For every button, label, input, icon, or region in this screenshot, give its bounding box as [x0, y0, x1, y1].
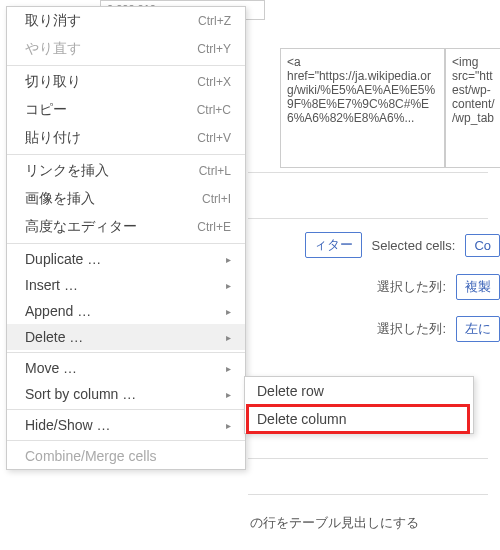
- menu-separator: [7, 243, 245, 244]
- menu-label: Move …: [25, 360, 77, 376]
- menu-label: Hide/Show …: [25, 417, 111, 433]
- menu-hideshow[interactable]: Hide/Show … ▸: [7, 412, 245, 438]
- chevron-right-icon: ▸: [226, 306, 231, 317]
- menu-label: Combine/Merge cells: [25, 448, 157, 464]
- menu-label: Insert …: [25, 277, 78, 293]
- menu-label: Delete row: [257, 383, 324, 399]
- menu-shortcut: Ctrl+X: [197, 75, 231, 89]
- menu-shortcut: Ctrl+I: [202, 192, 231, 206]
- chevron-right-icon: ▸: [226, 389, 231, 400]
- menu-insert-link[interactable]: リンクを挿入 Ctrl+L: [7, 157, 245, 185]
- menu-insert-image[interactable]: 画像を挿入 Ctrl+I: [7, 185, 245, 213]
- submenu-delete-row[interactable]: Delete row: [245, 377, 473, 405]
- chevron-right-icon: ▸: [226, 420, 231, 431]
- side-panel: ィター Selected cells: Co 選択した列: 複製 選択した列: …: [290, 224, 500, 350]
- menu-shortcut: Ctrl+C: [197, 103, 231, 117]
- menu-label: Delete …: [25, 329, 83, 345]
- menu-label: 貼り付け: [25, 129, 81, 147]
- editor-button[interactable]: ィター: [305, 232, 362, 258]
- menu-shortcut: Ctrl+V: [197, 131, 231, 145]
- footer-checkbox-label: の行をテーブル見出しにする: [250, 514, 419, 532]
- menu-label: Sort by column …: [25, 386, 136, 402]
- menu-advanced-editor[interactable]: 高度なエディター Ctrl+E: [7, 213, 245, 241]
- menu-label: 画像を挿入: [25, 190, 95, 208]
- menu-shortcut: Ctrl+Y: [197, 42, 231, 56]
- duplicate-col-button[interactable]: 複製: [456, 274, 500, 300]
- table-cell[interactable]: <a href="https://ja.wikipedia.org/wiki/%…: [280, 48, 445, 168]
- menu-insert[interactable]: Insert … ▸: [7, 272, 245, 298]
- menu-label: Delete column: [257, 411, 347, 427]
- menu-label: 高度なエディター: [25, 218, 137, 236]
- menu-undo[interactable]: 取り消す Ctrl+Z: [7, 7, 245, 35]
- menu-shortcut: Ctrl+L: [199, 164, 231, 178]
- selected-col-label: 選択した列:: [377, 278, 446, 296]
- menu-shortcut: Ctrl+Z: [198, 14, 231, 28]
- menu-separator: [7, 440, 245, 441]
- menu-label: Append …: [25, 303, 91, 319]
- delete-submenu: Delete row Delete column: [244, 376, 474, 434]
- menu-paste[interactable]: 貼り付け Ctrl+V: [7, 124, 245, 152]
- selected-cells-button[interactable]: Co: [465, 234, 500, 257]
- selected-col-label: 選択した列:: [377, 320, 446, 338]
- menu-separator: [7, 409, 245, 410]
- submenu-delete-column[interactable]: Delete column: [245, 405, 473, 433]
- menu-move[interactable]: Move … ▸: [7, 355, 245, 381]
- menu-separator: [7, 154, 245, 155]
- insert-left-button[interactable]: 左に: [456, 316, 500, 342]
- menu-copy[interactable]: コピー Ctrl+C: [7, 96, 245, 124]
- menu-label: やり直す: [25, 40, 81, 58]
- menu-combine[interactable]: Combine/Merge cells: [7, 443, 245, 469]
- selected-cells-label: Selected cells:: [372, 238, 456, 253]
- context-menu: 取り消す Ctrl+Z やり直す Ctrl+Y 切り取り Ctrl+X コピー …: [6, 6, 246, 470]
- menu-cut[interactable]: 切り取り Ctrl+X: [7, 68, 245, 96]
- menu-label: リンクを挿入: [25, 162, 109, 180]
- menu-sort[interactable]: Sort by column … ▸: [7, 381, 245, 407]
- menu-label: コピー: [25, 101, 67, 119]
- menu-delete[interactable]: Delete … ▸: [7, 324, 245, 350]
- menu-separator: [7, 65, 245, 66]
- menu-label: 取り消す: [25, 12, 81, 30]
- menu-redo[interactable]: やり直す Ctrl+Y: [7, 35, 245, 63]
- menu-separator: [7, 352, 245, 353]
- chevron-right-icon: ▸: [226, 254, 231, 265]
- chevron-right-icon: ▸: [226, 280, 231, 291]
- table-cell[interactable]: <img src="htt est/wp- content/ /wp_tab: [445, 48, 500, 168]
- menu-duplicate[interactable]: Duplicate … ▸: [7, 246, 245, 272]
- menu-append[interactable]: Append … ▸: [7, 298, 245, 324]
- chevron-right-icon: ▸: [226, 363, 231, 374]
- chevron-right-icon: ▸: [226, 332, 231, 343]
- menu-shortcut: Ctrl+E: [197, 220, 231, 234]
- menu-label: Duplicate …: [25, 251, 101, 267]
- menu-label: 切り取り: [25, 73, 81, 91]
